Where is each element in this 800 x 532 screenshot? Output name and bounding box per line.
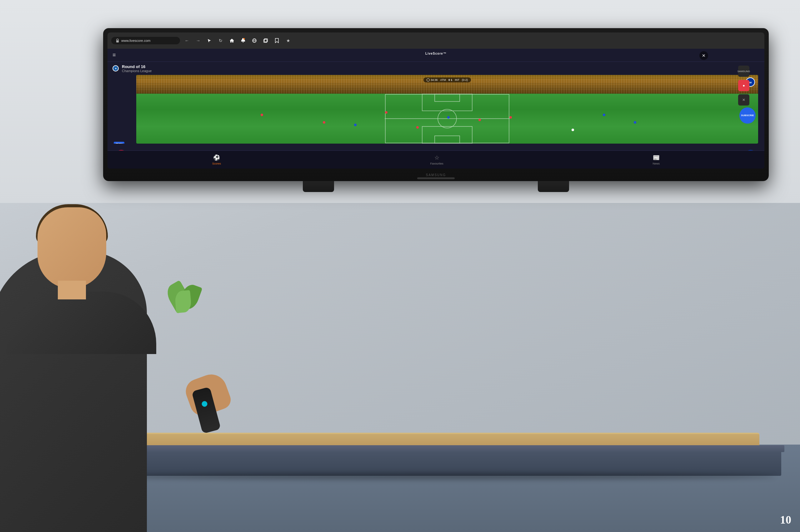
- person-head: [37, 207, 106, 288]
- video-player[interactable]: 34:36 ATM 0 1 INT (0-2) IM: [136, 75, 758, 144]
- close-video-button[interactable]: ✕: [699, 51, 708, 60]
- privacy-icon: [250, 36, 259, 45]
- hand-with-remote: [181, 370, 237, 432]
- player-8: [447, 116, 450, 119]
- back-button[interactable]: ←: [182, 36, 191, 45]
- tv-foot-left: [303, 181, 334, 192]
- url-bar[interactable]: www.livescore.com: [111, 37, 180, 44]
- time-icon: [426, 78, 430, 81]
- player-5: [478, 119, 481, 121]
- field-area: [136, 94, 758, 144]
- player-10: [603, 114, 605, 116]
- refresh-button[interactable]: ↻: [216, 36, 225, 45]
- desk-surface: [97, 445, 784, 452]
- player-7: [354, 124, 357, 126]
- ucl-badge: ★: [112, 65, 119, 72]
- player-6: [509, 116, 512, 119]
- match-league: Champions League: [122, 69, 151, 73]
- scores-icon: ⚽: [213, 154, 220, 161]
- url-text: www.livescore.com: [121, 39, 151, 42]
- remote-button: [201, 401, 208, 407]
- home-abbr: ATM: [440, 78, 446, 81]
- ucl-star: ★: [115, 67, 117, 70]
- svg-rect-10: [435, 136, 460, 144]
- star-icon[interactable]: ★: [284, 36, 292, 45]
- watermark-number: 10: [780, 513, 791, 526]
- nav-favourites[interactable]: ☆ Favourites: [430, 154, 443, 165]
- favourites-icon: ☆: [434, 154, 439, 161]
- news-label: News: [653, 162, 660, 165]
- home-button[interactable]: [228, 36, 236, 45]
- bookmark-icon[interactable]: [273, 36, 281, 45]
- player-4: [416, 126, 419, 129]
- hamburger-icon[interactable]: ≡: [112, 52, 116, 58]
- svg-rect-7: [422, 94, 472, 111]
- tv-power-button[interactable]: SAMSUNG: [738, 65, 749, 77]
- lock-icon: [116, 38, 120, 43]
- player-3: [385, 111, 387, 114]
- player-11: [634, 121, 636, 124]
- app-logo: LiveScore™: [425, 52, 447, 58]
- tv-screen[interactable]: www.livescore.com ← → ↻: [108, 33, 764, 169]
- tv: www.livescore.com ← → ↻: [103, 28, 769, 181]
- person: [0, 189, 194, 532]
- tv-foot-right: [538, 181, 569, 192]
- tv-close-button[interactable]: ✕: [738, 94, 749, 106]
- desk: [100, 451, 781, 476]
- away-abbr: INT: [455, 78, 459, 81]
- browser-chrome: www.livescore.com ← → ↻: [108, 33, 764, 49]
- video-agg: (0-2): [462, 78, 468, 81]
- football-pitch: [136, 75, 758, 144]
- player-2: [323, 121, 325, 124]
- samsung-logo: SAMSUNG: [426, 173, 446, 177]
- svg-rect-9: [422, 127, 472, 144]
- field-lines: [136, 94, 758, 144]
- cursor-icon: [205, 36, 214, 45]
- video-time: 34:36: [426, 78, 438, 81]
- tab-icon[interactable]: [261, 36, 270, 45]
- livescore-app: ≡ LiveScore™ ★ Round of 16 Champions Lea…: [108, 49, 764, 169]
- nav-scores[interactable]: ⚽ Scores: [212, 154, 221, 165]
- subscribe-button[interactable]: SUBSCRIE: [739, 108, 756, 124]
- person-neck: [58, 281, 86, 299]
- video-score-bar: 34:36 ATM 0 1 INT (0-2): [423, 77, 471, 82]
- tv-bottom-bar: [417, 177, 455, 179]
- nav-news[interactable]: 📰 News: [653, 154, 660, 165]
- svg-rect-8: [435, 94, 460, 101]
- favourites-label: Favourites: [430, 162, 443, 165]
- tv-record-button[interactable]: ●: [738, 80, 749, 91]
- bottom-navigation: ⚽ Scores ☆ Favourites 📰 News: [108, 151, 764, 169]
- forward-button[interactable]: →: [194, 36, 202, 45]
- tv-side-controls: SAMSUNG ● ✕: [738, 65, 749, 106]
- news-icon: 📰: [653, 154, 660, 161]
- scores-label: Scores: [212, 162, 221, 165]
- app-header: ≡ LiveScore™: [108, 49, 764, 62]
- desk-shadow: [109, 473, 775, 479]
- video-score: 0 1: [449, 78, 453, 81]
- match-round: Round of 16: [122, 64, 151, 69]
- svg-rect-0: [116, 40, 119, 42]
- player-9: [571, 129, 574, 131]
- player-1: [261, 114, 263, 116]
- notification-icon: [239, 36, 248, 45]
- match-header: ★ Round of 16 Champions League: [108, 62, 764, 75]
